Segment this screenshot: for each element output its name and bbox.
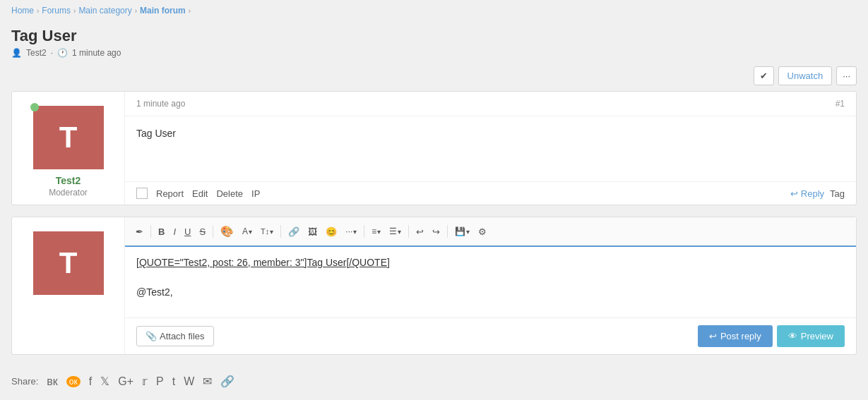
share-vk-icon[interactable]: вк	[47, 375, 58, 388]
paperclip-icon: 📎	[145, 331, 157, 341]
share-reddit-icon[interactable]: 𝕣	[142, 375, 148, 388]
more-label: ···	[345, 226, 352, 236]
editor-card: T ✒ B I U S 🎨 A ▾ T↕ ▾	[11, 217, 857, 355]
check-button[interactable]: ✔	[754, 66, 774, 85]
editor-action-buttons: ↩ Post reply 👁 Preview	[698, 325, 845, 347]
delete-button[interactable]: Delete	[216, 188, 243, 199]
preview-label: Preview	[801, 331, 833, 341]
ip-button[interactable]: IP	[251, 188, 260, 199]
toolbar-italic-button[interactable]: I	[170, 224, 179, 239]
thread-time: 1 minute ago	[72, 48, 121, 58]
toolbar-underline-button[interactable]: U	[181, 224, 194, 239]
attach-area: 📎 Attach files	[136, 326, 214, 346]
thread-title: Tag User	[11, 27, 857, 45]
share-pinterest-icon[interactable]: P	[156, 375, 164, 388]
post-username[interactable]: Test2	[56, 175, 81, 186]
align-arrow: ▾	[377, 228, 381, 236]
post-card: T Test2 Moderator 1 minute ago #1 Tag Us…	[11, 91, 857, 205]
thread-meta: 👤 Test2 · 🕐 1 minute ago	[11, 48, 857, 58]
post-content: Tag User	[125, 116, 856, 181]
share-facebook-icon[interactable]: f	[89, 375, 92, 388]
toolbar-strikethrough-button[interactable]: S	[196, 224, 209, 239]
toolbar-bold-button[interactable]: B	[155, 224, 168, 239]
toolbar-list-dropdown[interactable]: ☰ ▾	[386, 224, 405, 238]
edit-button[interactable]: Edit	[192, 188, 208, 199]
share-link-icon[interactable]: 🔗	[220, 375, 234, 388]
post-checkbox[interactable]	[136, 188, 148, 199]
post-number: #1	[836, 99, 845, 109]
tag-button[interactable]: Tag	[830, 188, 845, 199]
avatar-wrapper: T	[33, 106, 104, 169]
time-icon: 🕐	[57, 48, 68, 58]
report-button[interactable]: Report	[156, 188, 184, 199]
toolbar-color-button[interactable]: 🎨	[217, 223, 237, 240]
toolbar-more-dropdown[interactable]: ··· ▾	[342, 224, 360, 238]
attach-files-button[interactable]: 📎 Attach files	[136, 326, 214, 346]
mention-text: @Test2,	[136, 286, 173, 298]
breadcrumb-main-category[interactable]: Main category	[78, 6, 131, 16]
toolbar-undo-button[interactable]: ↩	[412, 224, 427, 239]
share-label: Share:	[11, 376, 38, 387]
preview-button[interactable]: 👁 Preview	[777, 325, 845, 347]
editor-avatar: T	[33, 231, 104, 295]
reply-icon: ↩	[709, 331, 717, 341]
save-icon: 💾	[455, 226, 465, 236]
toolbar-eraser-button[interactable]: ✒	[132, 224, 147, 239]
unwatch-button[interactable]: Unwatch	[778, 66, 833, 85]
toolbar-settings-button[interactable]: ⚙	[475, 224, 490, 239]
user-icon: 👤	[11, 48, 22, 58]
preview-icon: 👁	[788, 331, 797, 341]
toolbar-sep2	[213, 225, 213, 238]
share-bar: Share: вк ок f 𝕏 G+ 𝕣 P t W ✉ 🔗	[11, 366, 857, 396]
breadcrumb-sep2: ›	[73, 7, 76, 15]
post-actions-right: ↩ Reply Tag	[790, 188, 845, 199]
editor-toolbar: ✒ B I U S 🎨 A ▾ T↕ ▾ 🔗 🖼 😊	[125, 217, 856, 247]
breadcrumb-sep3: ›	[135, 7, 137, 15]
post-footer: Report Edit Delete IP ↩ Reply Tag	[125, 181, 856, 205]
quote-content: [QUOTE="Test2, post: 26, member: 3"]Tag …	[136, 257, 390, 268]
save-arrow: ▾	[466, 228, 470, 236]
toolbar-image-button[interactable]: 🖼	[304, 224, 321, 239]
more-options-button[interactable]: ···	[836, 66, 857, 85]
list-icon: ☰	[389, 226, 397, 236]
toolbar-save-dropdown[interactable]: 💾 ▾	[451, 224, 473, 238]
toolbar-font-size-dropdown[interactable]: A ▾	[239, 224, 256, 238]
thread-author: Test2	[26, 48, 47, 58]
share-whatsapp-icon[interactable]: W	[184, 375, 194, 388]
share-twitter-icon[interactable]: 𝕏	[100, 375, 109, 388]
share-email-icon[interactable]: ✉	[203, 375, 212, 388]
toolbar-emoji-button[interactable]: 😊	[322, 224, 340, 239]
avatar: T	[33, 106, 104, 169]
breadcrumb-sep: ›	[37, 7, 39, 15]
editor-body[interactable]: [QUOTE="Test2, post: 26, member: 3"]Tag …	[125, 247, 856, 317]
toolbar-align-dropdown[interactable]: ≡ ▾	[368, 224, 384, 238]
text-size-label: T↕	[261, 227, 269, 236]
breadcrumb-main-forum[interactable]: Main forum	[140, 6, 186, 16]
toolbar-sep6	[447, 225, 448, 238]
reply-button[interactable]: ↩ Reply	[790, 188, 824, 199]
breadcrumb: Home › Forums › Main category › Main for…	[11, 0, 857, 21]
online-indicator	[30, 103, 39, 111]
toolbar-sep4	[364, 225, 364, 238]
toolbar-sep3	[280, 225, 281, 238]
toolbar-text-size-dropdown[interactable]: T↕ ▾	[257, 225, 277, 238]
breadcrumb-forums[interactable]: Forums	[42, 6, 71, 16]
align-icon: ≡	[371, 226, 376, 236]
toolbar-sep5	[408, 225, 409, 238]
share-ok-icon[interactable]: ок	[66, 376, 81, 387]
share-tumblr-icon[interactable]: t	[172, 375, 175, 388]
post-main: 1 minute ago #1 Tag User Report Edit Del…	[125, 92, 856, 205]
post-sidebar: T Test2 Moderator	[12, 92, 125, 205]
share-googleplus-icon[interactable]: G+	[118, 375, 133, 388]
editor-footer: 📎 Attach files ↩ Post reply 👁 Preview	[125, 317, 856, 354]
breadcrumb-home[interactable]: Home	[11, 6, 34, 16]
post-reply-button[interactable]: ↩ Post reply	[698, 325, 773, 347]
text-size-arrow: ▾	[270, 228, 273, 236]
toolbar-redo-button[interactable]: ↪	[429, 224, 444, 239]
font-size-label: A	[242, 226, 248, 236]
toolbar-link-button[interactable]: 🔗	[285, 224, 303, 239]
font-size-arrow: ▾	[249, 228, 252, 236]
thread-meta-sep: ·	[51, 48, 53, 58]
editor-sidebar: T	[12, 217, 125, 354]
reply-icon: ↩	[790, 188, 798, 199]
